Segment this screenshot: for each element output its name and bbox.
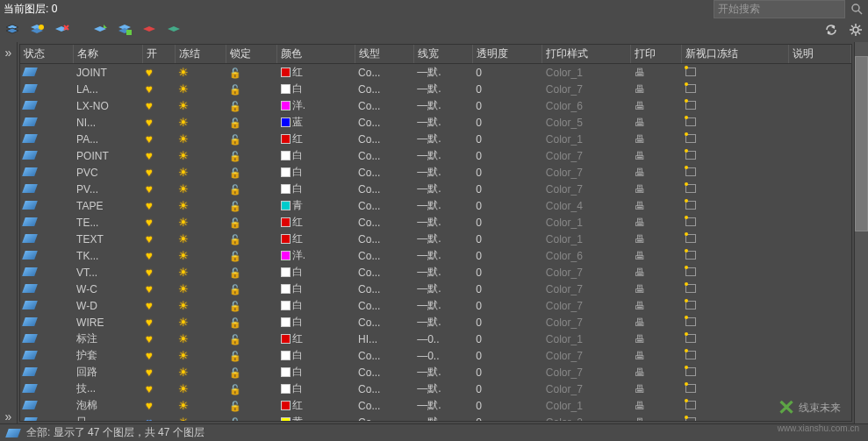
layer-name[interactable]: POINT: [73, 147, 142, 164]
linetype-cell[interactable]: Co...: [355, 81, 413, 97]
linetype-cell[interactable]: Co...: [355, 347, 413, 364]
freeze-toggle[interactable]: ☀: [175, 197, 226, 214]
color-cell[interactable]: 红: [277, 231, 355, 247]
layer-name[interactable]: 标注: [73, 331, 142, 347]
vp-freeze-toggle[interactable]: [682, 297, 789, 314]
lineweight-cell[interactable]: —默.: [413, 364, 472, 381]
on-toggle[interactable]: ♥: [142, 247, 175, 264]
description-cell[interactable]: [789, 347, 851, 364]
vp-freeze-toggle[interactable]: [682, 81, 789, 97]
on-toggle[interactable]: ♥: [142, 81, 175, 97]
lineweight-cell[interactable]: —默.: [413, 314, 472, 331]
lock-toggle[interactable]: 🔓: [226, 214, 276, 231]
layer-merge-button[interactable]: [165, 21, 183, 39]
on-toggle[interactable]: ♥: [142, 64, 175, 82]
freeze-toggle[interactable]: ☀: [175, 297, 226, 314]
on-toggle[interactable]: ♥: [142, 281, 175, 297]
transparency-cell[interactable]: 0: [472, 214, 542, 231]
lineweight-cell[interactable]: —默.: [413, 64, 472, 82]
color-cell[interactable]: 白: [277, 364, 355, 381]
table-row[interactable]: VT...♥☀🔓白Co...—默.0Color_7🖶: [20, 264, 851, 281]
lock-toggle[interactable]: 🔓: [226, 131, 276, 147]
vp-freeze-toggle[interactable]: [682, 264, 789, 281]
layer-filter-button[interactable]: [140, 21, 158, 39]
plot-toggle[interactable]: 🖶: [631, 181, 682, 197]
table-row[interactable]: PV...♥☀🔓白Co...—默.0Color_7🖶: [20, 181, 851, 197]
layer-name[interactable]: TE...: [73, 214, 142, 231]
plotstyle-cell[interactable]: Color_6: [542, 97, 631, 114]
table-row[interactable]: 泡棉♥☀🔓红Co...—默.0Color_1🖶: [20, 397, 851, 414]
lock-toggle[interactable]: 🔓: [226, 97, 276, 114]
layer-name[interactable]: 泡棉: [73, 397, 142, 414]
plot-toggle[interactable]: 🖶: [631, 314, 682, 331]
freeze-toggle[interactable]: ☀: [175, 164, 226, 181]
vp-freeze-toggle[interactable]: [682, 197, 789, 214]
color-cell[interactable]: 白: [277, 381, 355, 397]
lock-toggle[interactable]: 🔓: [226, 64, 276, 82]
plotstyle-cell[interactable]: Color_7: [542, 297, 631, 314]
linetype-cell[interactable]: Co...: [355, 64, 413, 82]
color-cell[interactable]: 白: [277, 147, 355, 164]
vp-freeze-toggle[interactable]: [682, 314, 789, 331]
description-cell[interactable]: [789, 97, 851, 114]
vp-freeze-toggle[interactable]: [682, 397, 789, 414]
lock-toggle[interactable]: 🔓: [226, 281, 276, 297]
on-toggle[interactable]: ♥: [142, 114, 175, 131]
description-cell[interactable]: [789, 264, 851, 281]
transparency-cell[interactable]: 0: [472, 264, 542, 281]
plotstyle-cell[interactable]: Color_1: [542, 64, 631, 82]
transparency-cell[interactable]: 0: [472, 347, 542, 364]
lineweight-cell[interactable]: —默.: [413, 114, 472, 131]
lock-toggle[interactable]: 🔓: [226, 81, 276, 97]
lock-toggle[interactable]: 🔓: [226, 247, 276, 264]
table-row[interactable]: NI...♥☀🔓蓝Co...—默.0Color_5🖶: [20, 114, 851, 131]
color-cell[interactable]: 白: [277, 164, 355, 181]
on-toggle[interactable]: ♥: [142, 397, 175, 414]
vp-freeze-toggle[interactable]: [682, 181, 789, 197]
on-toggle[interactable]: ♥: [142, 197, 175, 214]
freeze-toggle[interactable]: ☀: [175, 414, 226, 422]
table-row[interactable]: 日...♥☀🔓黄Co...—默.0Color_2🖶: [20, 414, 851, 422]
vp-freeze-toggle[interactable]: [682, 214, 789, 231]
layer-name[interactable]: 日...: [73, 414, 142, 422]
table-row[interactable]: PVC♥☀🔓白Co...—默.0Color_7🖶: [20, 164, 851, 181]
column-header[interactable]: 新视口冻结: [682, 45, 789, 64]
table-row[interactable]: LX-NO♥☀🔓洋.Co...—默.0Color_6🖶: [20, 97, 851, 114]
color-cell[interactable]: 洋.: [277, 97, 355, 114]
on-toggle[interactable]: ♥: [142, 264, 175, 281]
table-row[interactable]: TAPE♥☀🔓青Co...—默.0Color_4🖶: [20, 197, 851, 214]
layer-name[interactable]: NI...: [73, 114, 142, 131]
transparency-cell[interactable]: 0: [472, 281, 542, 297]
description-cell[interactable]: [789, 214, 851, 231]
color-cell[interactable]: 青: [277, 197, 355, 214]
color-cell[interactable]: 白: [277, 181, 355, 197]
plotstyle-cell[interactable]: Color_1: [542, 331, 631, 347]
on-toggle[interactable]: ♥: [142, 97, 175, 114]
linetype-cell[interactable]: Co...: [355, 281, 413, 297]
layer-name[interactable]: TAPE: [73, 197, 142, 214]
refresh-button[interactable]: [822, 21, 840, 39]
vp-freeze-toggle[interactable]: [682, 347, 789, 364]
delete-layer-button[interactable]: [53, 21, 70, 39]
color-cell[interactable]: 白: [277, 297, 355, 314]
plot-toggle[interactable]: 🖶: [631, 214, 682, 231]
layer-name[interactable]: TEXT: [73, 231, 142, 247]
freeze-toggle[interactable]: ☀: [175, 97, 226, 114]
lock-toggle[interactable]: 🔓: [226, 197, 276, 214]
set-current-button[interactable]: [91, 21, 109, 39]
transparency-cell[interactable]: 0: [472, 97, 542, 114]
plotstyle-cell[interactable]: Color_7: [542, 264, 631, 281]
on-toggle[interactable]: ♥: [142, 414, 175, 422]
freeze-toggle[interactable]: ☀: [175, 231, 226, 247]
lineweight-cell[interactable]: —默.: [413, 97, 472, 114]
search-input[interactable]: 开始搜索: [714, 0, 845, 18]
plot-toggle[interactable]: 🖶: [631, 297, 682, 314]
vp-freeze-toggle[interactable]: [682, 231, 789, 247]
freeze-toggle[interactable]: ☀: [175, 381, 226, 397]
table-row[interactable]: JOINT♥☀🔓红Co...—默.0Color_1🖶: [20, 64, 851, 82]
linetype-cell[interactable]: Co...: [355, 247, 413, 264]
transparency-cell[interactable]: 0: [472, 297, 542, 314]
lock-toggle[interactable]: 🔓: [226, 314, 276, 331]
freeze-toggle[interactable]: ☀: [175, 397, 226, 414]
linetype-cell[interactable]: Co...: [355, 197, 413, 214]
